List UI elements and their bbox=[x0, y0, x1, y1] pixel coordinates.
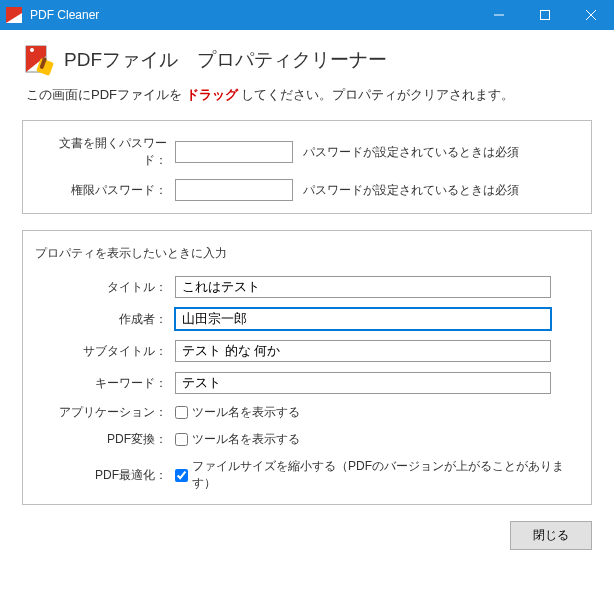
close-button[interactable]: 閉じる bbox=[510, 521, 592, 550]
pdf-icon bbox=[22, 44, 54, 76]
close-window-button[interactable] bbox=[568, 0, 614, 30]
pdf-convert-checkbox[interactable] bbox=[175, 433, 188, 446]
open-password-label: 文書を開くパスワード： bbox=[37, 135, 175, 169]
app-icon bbox=[6, 7, 22, 23]
titlebar: PDF Cleaner bbox=[0, 0, 614, 30]
application-label: アプリケーション： bbox=[37, 404, 175, 421]
header: PDFファイル プロパティクリーナー bbox=[22, 44, 592, 76]
properties-legend: プロパティを表示したいときに入力 bbox=[35, 245, 577, 262]
subtitle-input[interactable] bbox=[175, 340, 551, 362]
keywords-label: キーワード： bbox=[37, 375, 175, 392]
pdf-optimize-label: PDF最適化： bbox=[37, 467, 175, 484]
svg-rect-3 bbox=[541, 11, 550, 20]
instruction-drag: ドラッグ bbox=[186, 87, 238, 102]
author-label: 作成者： bbox=[37, 311, 175, 328]
button-row: 閉じる bbox=[22, 521, 592, 550]
open-password-input[interactable] bbox=[175, 141, 293, 163]
instruction-suffix: してください。プロパティがクリアされます。 bbox=[238, 87, 515, 102]
instruction-prefix: この画面にPDFファイルを bbox=[26, 87, 186, 102]
password-group: 文書を開くパスワード： パスワードが設定されているときは必須 権限パスワード： … bbox=[22, 120, 592, 214]
title-input[interactable] bbox=[175, 276, 551, 298]
minimize-button[interactable] bbox=[476, 0, 522, 30]
perm-password-label: 権限パスワード： bbox=[37, 182, 175, 199]
svg-rect-7 bbox=[26, 46, 46, 56]
pdf-convert-checkbox-label[interactable]: ツール名を表示する bbox=[175, 431, 300, 448]
properties-group: プロパティを表示したいときに入力 タイトル： 作成者： サブタイトル： キーワー… bbox=[22, 230, 592, 505]
application-check-text: ツール名を表示する bbox=[192, 404, 300, 421]
page-title: PDFファイル プロパティクリーナー bbox=[64, 47, 387, 73]
pdf-convert-check-text: ツール名を表示する bbox=[192, 431, 300, 448]
open-password-hint: パスワードが設定されているときは必須 bbox=[303, 144, 519, 161]
title-label: タイトル： bbox=[37, 279, 175, 296]
instruction-text: この画面にPDFファイルを ドラッグ してください。プロパティがクリアされます。 bbox=[26, 86, 592, 104]
application-checkbox[interactable] bbox=[175, 406, 188, 419]
window-controls bbox=[476, 0, 614, 30]
application-checkbox-label[interactable]: ツール名を表示する bbox=[175, 404, 300, 421]
perm-password-input[interactable] bbox=[175, 179, 293, 201]
subtitle-label: サブタイトル： bbox=[37, 343, 175, 360]
svg-point-10 bbox=[30, 48, 34, 52]
pdf-optimize-checkbox-label[interactable]: ファイルサイズを縮小する（PDFのバージョンが上がることがあります） bbox=[175, 458, 577, 492]
svg-rect-1 bbox=[6, 7, 22, 13]
pdf-convert-label: PDF変換： bbox=[37, 431, 175, 448]
window-title: PDF Cleaner bbox=[30, 8, 99, 22]
content-area: PDFファイル プロパティクリーナー この画面にPDFファイルを ドラッグ して… bbox=[0, 30, 614, 564]
maximize-button[interactable] bbox=[522, 0, 568, 30]
pdf-optimize-checkbox[interactable] bbox=[175, 469, 188, 482]
pdf-optimize-check-text: ファイルサイズを縮小する（PDFのバージョンが上がることがあります） bbox=[192, 458, 577, 492]
author-input[interactable] bbox=[175, 308, 551, 330]
perm-password-hint: パスワードが設定されているときは必須 bbox=[303, 182, 519, 199]
keywords-input[interactable] bbox=[175, 372, 551, 394]
